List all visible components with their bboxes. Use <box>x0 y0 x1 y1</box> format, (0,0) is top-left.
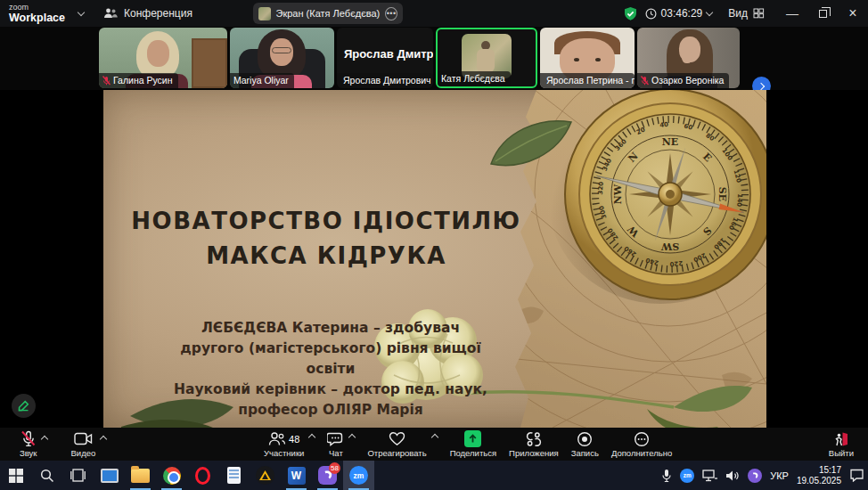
minimize-button[interactable]: — <box>777 0 807 27</box>
meeting-timer[interactable]: 03:46:29 <box>645 7 713 20</box>
search-icon <box>40 469 54 483</box>
chrome-app[interactable] <box>156 461 187 490</box>
action-center-icon[interactable] <box>849 469 864 482</box>
svg-text:NW: NW <box>612 184 624 204</box>
apps-button[interactable]: Приложения <box>509 428 559 461</box>
tray-time: 15:17 <box>797 465 841 476</box>
video-strip: Галина Русин Mariya Oliyar Ярослав Дмитр… <box>0 27 868 90</box>
video-options-icon[interactable] <box>100 435 107 442</box>
opera-icon <box>195 467 210 485</box>
video-tile-ozarko[interactable]: Озарко Вероніка <box>637 28 740 88</box>
media-player-app[interactable] <box>94 461 125 490</box>
video-button[interactable]: Видео <box>70 428 95 461</box>
tab-conference[interactable]: Конференция <box>103 0 192 27</box>
react-button[interactable]: Отреагировать <box>367 428 426 461</box>
logo-line2: Workplace <box>9 12 65 23</box>
chat-button[interactable]: Чат <box>327 428 344 461</box>
restore-button[interactable] <box>807 0 838 27</box>
participants-button[interactable]: 48 Участники <box>264 428 304 461</box>
clock-date[interactable]: 15:17 19.05.2025 <box>797 465 841 486</box>
video-tile-galyna[interactable]: Галина Русин <box>99 28 227 88</box>
meeting-toolbar: Звук Видео <box>0 428 868 461</box>
leave-button[interactable]: Выйти <box>829 428 854 461</box>
svg-text:NE: NE <box>662 136 678 148</box>
share-screen-button[interactable]: Поделиться <box>450 428 496 461</box>
slide-body-line: професор ОЛІЯР Марія <box>121 400 540 421</box>
viber-app[interactable]: 58 <box>312 461 343 490</box>
slide-body-line: другого (магістерського) рівня вищої <box>121 339 540 359</box>
language-indicator[interactable]: УКР <box>770 470 789 481</box>
word-app[interactable]: W <box>281 461 312 490</box>
zoom-meeting-window: zoom Workplace Конференция Экран (Катя Л… <box>0 0 868 490</box>
folder-icon <box>131 469 150 483</box>
title-bar: zoom Workplace Конференция Экран (Катя Л… <box>0 0 868 27</box>
participants-icon <box>268 431 286 446</box>
tray-zoom-icon[interactable]: zm <box>680 469 694 483</box>
participants-label: Участники <box>264 448 304 458</box>
file-explorer-app[interactable] <box>125 461 156 490</box>
nameplate: Ярослав Петрина - п... <box>540 73 635 88</box>
video-tile-yaroslav-d[interactable]: Ярослав Дмитр... Ярослав Дмитрович ... <box>337 28 433 88</box>
apps-label: Приложения <box>509 448 559 458</box>
security-shield-icon[interactable] <box>623 6 638 21</box>
chat-options-icon[interactable] <box>348 434 356 441</box>
avg-app[interactable] <box>250 461 281 490</box>
camera-off-name: Ярослав Дмитр... <box>344 47 433 61</box>
slide-body-line: ЛЄБЄДЄВА Катерина – здобувач <box>121 318 540 339</box>
video-tile-mariya[interactable]: Mariya Oliyar <box>230 28 334 88</box>
audio-options-icon[interactable] <box>41 435 48 442</box>
tray-mic-icon[interactable] <box>661 469 672 483</box>
start-button[interactable] <box>0 461 31 490</box>
zoom-app-active[interactable]: zm <box>343 461 374 490</box>
tray-viber-icon[interactable] <box>748 469 762 483</box>
search-button[interactable] <box>31 461 62 490</box>
slide-title-line1: НОВАТОРСТВО ІДІОСТИЛЮ <box>112 204 540 239</box>
document-app[interactable] <box>218 461 250 490</box>
volume-icon[interactable] <box>725 470 740 482</box>
hand <box>682 51 692 63</box>
network-icon[interactable] <box>702 470 717 482</box>
audio-label: Звук <box>20 448 37 458</box>
slide-title: НОВАТОРСТВО ІДІОСТИЛЮ МАКСА КІДРУКА <box>112 204 540 274</box>
task-view-button[interactable] <box>62 461 94 490</box>
workspace-dropdown-icon[interactable] <box>78 9 85 16</box>
audio-button[interactable]: Звук <box>20 428 37 461</box>
view-button[interactable]: Вид <box>728 7 765 20</box>
slide-body-line: освіти <box>121 359 540 380</box>
video-tile-katya-active[interactable]: Катя Лєбєдєва <box>436 28 537 88</box>
camera-icon <box>74 432 93 445</box>
opera-app[interactable] <box>187 461 218 490</box>
slide-title-line2: МАКСА КІДРУКА <box>112 239 540 274</box>
annotate-button[interactable] <box>12 394 36 418</box>
share-label: Поделиться <box>450 448 496 458</box>
close-button[interactable]: × <box>838 0 868 27</box>
tab-shared-screen[interactable]: Экран (Катя Лебєдєва) ••• <box>253 3 403 24</box>
video-label: Видео <box>70 448 95 458</box>
tab-options-icon[interactable]: ••• <box>385 7 397 20</box>
glasses <box>272 47 291 53</box>
background-furniture <box>192 38 227 88</box>
timer-dropdown-icon[interactable] <box>706 8 713 15</box>
react-options-icon[interactable] <box>430 434 438 441</box>
participant-name: Ярослав Дмитрович ... <box>343 75 433 86</box>
more-button[interactable]: Дополнительно <box>611 428 672 461</box>
task-view-icon <box>70 469 86 482</box>
svg-text:SW: SW <box>660 241 679 252</box>
participants-options-icon[interactable] <box>308 434 315 441</box>
participants-count: 48 <box>289 434 299 445</box>
slide-body-line: Науковий керівник – доктор пед. наук, <box>121 380 540 400</box>
record-button[interactable]: Запись <box>571 428 599 461</box>
video-tile-yaroslav-p[interactable]: Ярослав Петрина - п... <box>540 28 635 88</box>
leaf-illustration <box>487 115 576 177</box>
svg-text:40: 40 <box>659 121 669 129</box>
heart-icon <box>389 431 405 446</box>
nameplate: Озарко Вероніка <box>637 73 729 88</box>
nameplate: Ярослав Дмитрович ... <box>337 73 433 88</box>
slide-author-block: ЛЄБЄДЄВА Катерина – здобувач другого (ма… <box>121 318 540 421</box>
people-icon <box>103 7 118 20</box>
participant-name: Катя Лєбєдєва <box>441 73 505 84</box>
system-tray: zm УКР 15:17 19.05.2025 <box>661 461 866 490</box>
meeting-timer-value: 03:46:29 <box>661 7 703 20</box>
view-grid-icon <box>753 8 765 19</box>
restore-icon <box>819 10 827 18</box>
